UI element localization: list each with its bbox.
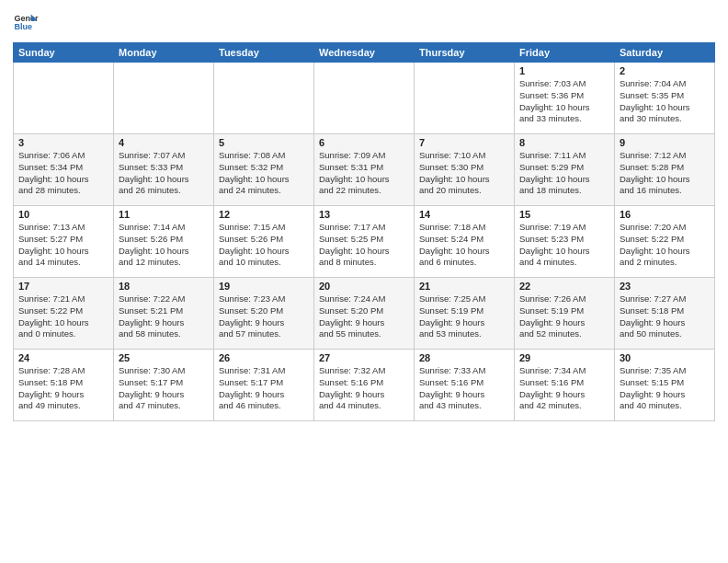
- calendar-cell: 12Sunrise: 7:15 AM Sunset: 5:26 PM Dayli…: [214, 206, 314, 278]
- svg-text:Blue: Blue: [14, 22, 32, 31]
- day-number: 26: [219, 352, 309, 363]
- week-row-2: 3Sunrise: 7:06 AM Sunset: 5:34 PM Daylig…: [14, 134, 715, 206]
- day-info: Sunrise: 7:22 AM Sunset: 5:21 PM Dayligh…: [119, 293, 209, 340]
- week-row-1: 1Sunrise: 7:03 AM Sunset: 5:36 PM Daylig…: [14, 63, 715, 134]
- day-info: Sunrise: 7:23 AM Sunset: 5:20 PM Dayligh…: [219, 293, 309, 340]
- day-number: 16: [620, 209, 710, 220]
- calendar-cell: 15Sunrise: 7:19 AM Sunset: 5:23 PM Dayli…: [515, 206, 615, 278]
- day-number: 9: [620, 137, 710, 148]
- day-number: 14: [419, 209, 509, 220]
- day-info: Sunrise: 7:15 AM Sunset: 5:26 PM Dayligh…: [219, 222, 309, 269]
- calendar-cell: [314, 63, 415, 134]
- calendar-cell: 25Sunrise: 7:30 AM Sunset: 5:17 PM Dayli…: [114, 350, 214, 421]
- calendar-cell: 6Sunrise: 7:09 AM Sunset: 5:31 PM Daylig…: [314, 134, 415, 206]
- day-info: Sunrise: 7:35 AM Sunset: 5:15 PM Dayligh…: [620, 365, 710, 412]
- day-number: 18: [119, 281, 209, 292]
- calendar-cell: 9Sunrise: 7:12 AM Sunset: 5:28 PM Daylig…: [615, 134, 715, 206]
- calendar-cell: 8Sunrise: 7:11 AM Sunset: 5:29 PM Daylig…: [515, 134, 615, 206]
- calendar-cell: 19Sunrise: 7:23 AM Sunset: 5:20 PM Dayli…: [214, 278, 314, 350]
- day-number: 10: [18, 209, 108, 220]
- day-info: Sunrise: 7:30 AM Sunset: 5:17 PM Dayligh…: [119, 365, 209, 412]
- calendar-cell: 18Sunrise: 7:22 AM Sunset: 5:21 PM Dayli…: [114, 278, 214, 350]
- calendar-body: 1Sunrise: 7:03 AM Sunset: 5:36 PM Daylig…: [14, 63, 715, 421]
- day-number: 3: [18, 137, 108, 148]
- day-info: Sunrise: 7:03 AM Sunset: 5:36 PM Dayligh…: [519, 78, 609, 125]
- day-info: Sunrise: 7:20 AM Sunset: 5:22 PM Dayligh…: [620, 222, 710, 269]
- day-info: Sunrise: 7:25 AM Sunset: 5:19 PM Dayligh…: [419, 293, 509, 340]
- day-number: 21: [419, 281, 509, 292]
- week-row-3: 10Sunrise: 7:13 AM Sunset: 5:27 PM Dayli…: [14, 206, 715, 278]
- calendar-cell: [114, 63, 214, 134]
- calendar-cell: 24Sunrise: 7:28 AM Sunset: 5:18 PM Dayli…: [14, 350, 114, 421]
- day-info: Sunrise: 7:12 AM Sunset: 5:28 PM Dayligh…: [620, 150, 710, 197]
- day-number: 24: [18, 352, 108, 363]
- calendar-cell: 10Sunrise: 7:13 AM Sunset: 5:27 PM Dayli…: [14, 206, 114, 278]
- calendar-cell: 30Sunrise: 7:35 AM Sunset: 5:15 PM Dayli…: [615, 350, 715, 421]
- calendar-page: General Blue SundayMondayTuesdayWednesda…: [0, 0, 728, 563]
- calendar-header: SundayMondayTuesdayWednesdayThursdayFrid…: [14, 43, 715, 63]
- calendar-cell: 13Sunrise: 7:17 AM Sunset: 5:25 PM Dayli…: [314, 206, 415, 278]
- day-info: Sunrise: 7:27 AM Sunset: 5:18 PM Dayligh…: [620, 293, 710, 340]
- day-info: Sunrise: 7:34 AM Sunset: 5:16 PM Dayligh…: [519, 365, 609, 412]
- day-number: 22: [519, 281, 609, 292]
- calendar-cell: 7Sunrise: 7:10 AM Sunset: 5:30 PM Daylig…: [415, 134, 515, 206]
- day-info: Sunrise: 7:26 AM Sunset: 5:19 PM Dayligh…: [519, 293, 609, 340]
- calendar-cell: 26Sunrise: 7:31 AM Sunset: 5:17 PM Dayli…: [214, 350, 314, 421]
- day-info: Sunrise: 7:24 AM Sunset: 5:20 PM Dayligh…: [319, 293, 409, 340]
- calendar-cell: 29Sunrise: 7:34 AM Sunset: 5:16 PM Dayli…: [515, 350, 615, 421]
- weekday-header-friday: Friday: [515, 43, 615, 63]
- day-info: Sunrise: 7:11 AM Sunset: 5:29 PM Dayligh…: [519, 150, 609, 197]
- day-info: Sunrise: 7:09 AM Sunset: 5:31 PM Dayligh…: [319, 150, 409, 197]
- svg-text:General: General: [14, 14, 39, 23]
- day-number: 29: [519, 352, 609, 363]
- day-info: Sunrise: 7:06 AM Sunset: 5:34 PM Dayligh…: [18, 150, 108, 197]
- day-info: Sunrise: 7:13 AM Sunset: 5:27 PM Dayligh…: [18, 222, 108, 269]
- calendar-cell: 4Sunrise: 7:07 AM Sunset: 5:33 PM Daylig…: [114, 134, 214, 206]
- week-row-5: 24Sunrise: 7:28 AM Sunset: 5:18 PM Dayli…: [14, 350, 715, 421]
- day-number: 11: [119, 209, 209, 220]
- calendar-cell: 11Sunrise: 7:14 AM Sunset: 5:26 PM Dayli…: [114, 206, 214, 278]
- page-header: General Blue: [13, 9, 715, 35]
- day-info: Sunrise: 7:08 AM Sunset: 5:32 PM Dayligh…: [219, 150, 309, 197]
- calendar-cell: [14, 63, 114, 134]
- calendar-table: SundayMondayTuesdayWednesdayThursdayFrid…: [13, 42, 715, 421]
- day-info: Sunrise: 7:28 AM Sunset: 5:18 PM Dayligh…: [18, 365, 108, 412]
- logo-icon: General Blue: [13, 9, 39, 35]
- day-number: 20: [319, 281, 409, 292]
- day-number: 17: [18, 281, 108, 292]
- day-number: 30: [620, 352, 710, 363]
- day-number: 8: [519, 137, 609, 148]
- day-info: Sunrise: 7:07 AM Sunset: 5:33 PM Dayligh…: [119, 150, 209, 197]
- day-info: Sunrise: 7:17 AM Sunset: 5:25 PM Dayligh…: [319, 222, 409, 269]
- day-number: 4: [119, 137, 209, 148]
- weekday-header-saturday: Saturday: [615, 43, 715, 63]
- weekday-header-sunday: Sunday: [14, 43, 114, 63]
- calendar-cell: 14Sunrise: 7:18 AM Sunset: 5:24 PM Dayli…: [415, 206, 515, 278]
- weekday-header-monday: Monday: [114, 43, 214, 63]
- day-info: Sunrise: 7:04 AM Sunset: 5:35 PM Dayligh…: [620, 78, 710, 125]
- day-number: 1: [519, 65, 609, 76]
- day-number: 5: [219, 137, 309, 148]
- day-info: Sunrise: 7:31 AM Sunset: 5:17 PM Dayligh…: [219, 365, 309, 412]
- day-number: 7: [419, 137, 509, 148]
- day-info: Sunrise: 7:19 AM Sunset: 5:23 PM Dayligh…: [519, 222, 609, 269]
- day-number: 28: [419, 352, 509, 363]
- day-info: Sunrise: 7:18 AM Sunset: 5:24 PM Dayligh…: [419, 222, 509, 269]
- calendar-cell: 20Sunrise: 7:24 AM Sunset: 5:20 PM Dayli…: [314, 278, 415, 350]
- day-number: 15: [519, 209, 609, 220]
- day-info: Sunrise: 7:14 AM Sunset: 5:26 PM Dayligh…: [119, 222, 209, 269]
- calendar-cell: 3Sunrise: 7:06 AM Sunset: 5:34 PM Daylig…: [14, 134, 114, 206]
- day-number: 23: [620, 281, 710, 292]
- weekday-header-wednesday: Wednesday: [314, 43, 415, 63]
- day-number: 27: [319, 352, 409, 363]
- day-number: 2: [620, 65, 710, 76]
- day-number: 13: [319, 209, 409, 220]
- day-info: Sunrise: 7:21 AM Sunset: 5:22 PM Dayligh…: [18, 293, 108, 340]
- day-number: 12: [219, 209, 309, 220]
- calendar-cell: 17Sunrise: 7:21 AM Sunset: 5:22 PM Dayli…: [14, 278, 114, 350]
- day-number: 25: [119, 352, 209, 363]
- calendar-cell: 22Sunrise: 7:26 AM Sunset: 5:19 PM Dayli…: [515, 278, 615, 350]
- logo: General Blue: [13, 9, 39, 35]
- calendar-cell: 1Sunrise: 7:03 AM Sunset: 5:36 PM Daylig…: [515, 63, 615, 134]
- weekday-row: SundayMondayTuesdayWednesdayThursdayFrid…: [14, 43, 715, 63]
